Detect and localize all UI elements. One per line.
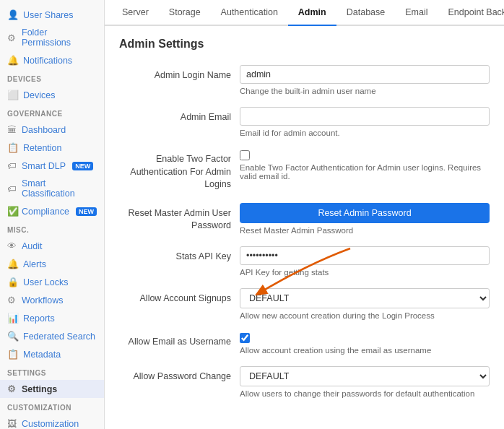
sidebar-label-federated-search: Federated Search: [23, 332, 95, 342]
sidebar-item-audit[interactable]: 👁Audit: [0, 237, 104, 255]
checkbox-two-factor-auth[interactable]: [240, 150, 250, 160]
hint-two-factor-auth: Enable Two Factor Authentication for Adm…: [240, 163, 490, 181]
sidebar-item-notifications[interactable]: 🔔Notifications: [0, 51, 104, 69]
form-container: Admin Login NameChange the built-in admi…: [119, 65, 490, 398]
tab-authentication[interactable]: Authentication: [211, 0, 288, 26]
tab-admin[interactable]: Admin: [288, 0, 336, 26]
notifications-icon: 🔔: [7, 55, 19, 66]
sidebar-item-metadata[interactable]: 📋Metadata: [0, 345, 104, 363]
hint-admin-login-name: Change the built-in admin user name: [240, 87, 490, 95]
sidebar-item-alerts[interactable]: 🔔Alerts: [0, 255, 104, 273]
sidebar-item-reports[interactable]: 📊Reports: [0, 309, 104, 327]
select-allow-password-change[interactable]: DEFAULTONOFF: [240, 366, 490, 386]
form-row-allow-email-username: Allow Email as UsernameAllow account cre…: [119, 332, 490, 355]
hint-allow-password-change: Allow users to change their passwords fo…: [240, 389, 490, 398]
label-admin-email: Admin Email: [119, 107, 231, 124]
form-row-allow-account-signups: Allow Account SignupsDEFAULTONOFFAllow n…: [119, 288, 490, 320]
tab-bar: ServerStorageAuthenticationAdminDatabase…: [105, 0, 504, 26]
alerts-icon: 🔔: [7, 259, 19, 269]
form-row-admin-email: Admin EmailEmail id for admin account.: [119, 107, 490, 137]
sidebar-item-workflows[interactable]: ⚙Workflows: [0, 291, 104, 309]
sidebar-item-smart-classification[interactable]: 🏷Smart Classification: [0, 175, 104, 202]
sidebar-label-devices: Devices: [23, 90, 55, 100]
input-admin-email[interactable]: [240, 107, 490, 126]
sidebar-item-devices[interactable]: ⬜Devices: [0, 86, 104, 104]
main-panel: ServerStorageAuthenticationAdminDatabase…: [105, 0, 504, 429]
field-allow-email-username: Allow account creation using the email a…: [240, 332, 490, 355]
sidebar-item-dashboard[interactable]: 🏛Dashboard: [0, 121, 104, 139]
folder-permissions-icon: ⚙: [7, 32, 17, 43]
form-row-stats-api-key: Stats API KeyAPI Key for getting stats: [119, 246, 490, 277]
page-title: Admin Settings: [119, 38, 490, 51]
dashboard-icon: 🏛: [7, 124, 17, 135]
sidebar-section-settings: SETTINGS: [0, 363, 104, 380]
sidebar-section-misc: MISC.: [0, 220, 104, 237]
federated-search-icon: 🔍: [7, 331, 19, 342]
sidebar-item-user-shares[interactable]: 👤User Shares: [0, 6, 104, 24]
button-reset-password[interactable]: Reset Admin Password: [240, 203, 490, 223]
sidebar-item-federated-search[interactable]: 🔍Federated Search: [0, 327, 104, 345]
sidebar-item-user-locks[interactable]: 🔒User Locks: [0, 273, 104, 291]
tab-server[interactable]: Server: [112, 0, 159, 26]
workflows-icon: ⚙: [7, 295, 17, 306]
select-allow-account-signups[interactable]: DEFAULTONOFF: [240, 288, 490, 308]
form-row-reset-password: Reset Master Admin User PasswordReset Ad…: [119, 203, 490, 235]
field-allow-account-signups: DEFAULTONOFFAllow new account creation d…: [240, 288, 490, 320]
sidebar-label-dashboard: Dashboard: [22, 125, 66, 135]
sidebar-label-smart-dlp: Smart DLP: [22, 161, 66, 171]
tab-email[interactable]: Email: [395, 0, 438, 26]
tab-database[interactable]: Database: [336, 0, 396, 26]
field-admin-login-name: Change the built-in admin user name: [240, 65, 490, 95]
sidebar-item-retention[interactable]: 📋Retention: [0, 139, 104, 157]
hint-allow-account-signups: Allow new account creation during the Lo…: [240, 311, 490, 320]
sidebar-label-settings: Settings: [22, 384, 57, 394]
sidebar-label-smart-classification: Smart Classification: [22, 178, 97, 199]
sidebar-item-smart-dlp[interactable]: 🏷Smart DLPNEW: [0, 157, 104, 175]
smart-classification-icon: 🏷: [7, 183, 17, 194]
sidebar-section-customization: CUSTOMIZATION: [0, 398, 104, 415]
user-shares-icon: 👤: [7, 9, 19, 20]
label-two-factor-auth: Enable Two Factor Authentication For Adm…: [119, 149, 231, 191]
field-reset-password: Reset Admin PasswordReset Master Admin P…: [240, 203, 490, 235]
tab-storage[interactable]: Storage: [159, 0, 211, 26]
field-stats-api-key: API Key for getting stats: [240, 246, 490, 277]
sidebar-label-customization: Customization: [22, 419, 79, 429]
metadata-icon: 📋: [7, 349, 19, 360]
badge-smart-dlp: NEW: [72, 162, 93, 170]
sidebar-label-reports: Reports: [23, 313, 55, 324]
input-stats-api-key[interactable]: [240, 246, 490, 265]
label-allow-email-username: Allow Email as Username: [119, 332, 231, 349]
sidebar: 👤User Shares⚙Folder Permissions🔔Notifica…: [0, 0, 105, 429]
sidebar-item-customization[interactable]: 🖼Customization: [0, 415, 104, 429]
label-allow-account-signups: Allow Account Signups: [119, 288, 231, 306]
devices-icon: ⬜: [7, 90, 19, 100]
badge-compliance: NEW: [76, 207, 97, 216]
reports-icon: 📊: [7, 313, 19, 324]
sidebar-label-user-shares: User Shares: [23, 10, 73, 20]
sidebar-label-audit: Audit: [22, 241, 43, 251]
retention-icon: 📋: [7, 142, 19, 153]
field-admin-email: Email id for admin account.: [240, 107, 490, 137]
customization-icon: 🖼: [7, 418, 17, 429]
compliance-icon: ✅: [7, 206, 17, 217]
user-locks-icon: 🔒: [7, 277, 19, 287]
smart-dlp-icon: 🏷: [7, 160, 17, 171]
sidebar-item-settings[interactable]: ⚙Settings: [0, 380, 104, 398]
tab-endpoint-backup[interactable]: Endpoint Backup: [438, 0, 504, 26]
sidebar-section-devices: DEVICES: [0, 69, 104, 86]
settings-icon: ⚙: [7, 384, 17, 394]
form-row-two-factor-auth: Enable Two Factor Authentication For Adm…: [119, 149, 490, 191]
sidebar-label-folder-permissions: Folder Permissions: [22, 27, 97, 48]
audit-icon: 👁: [7, 240, 17, 251]
sidebar-item-folder-permissions[interactable]: ⚙Folder Permissions: [0, 24, 104, 51]
sidebar-item-compliance[interactable]: ✅ComplianceNEW: [0, 202, 104, 220]
label-reset-password: Reset Master Admin User Password: [119, 203, 231, 233]
hint-stats-api-key: API Key for getting stats: [240, 268, 490, 277]
label-stats-api-key: Stats API Key: [119, 246, 231, 264]
sidebar-label-workflows: Workflows: [22, 295, 63, 306]
sidebar-label-alerts: Alerts: [23, 259, 46, 269]
checkbox-allow-email-username[interactable]: [240, 333, 250, 343]
input-admin-login-name[interactable]: [240, 65, 490, 84]
form-row-allow-password-change: Allow Password ChangeDEFAULTONOFFAllow u…: [119, 366, 490, 398]
form-row-admin-login-name: Admin Login NameChange the built-in admi…: [119, 65, 490, 95]
